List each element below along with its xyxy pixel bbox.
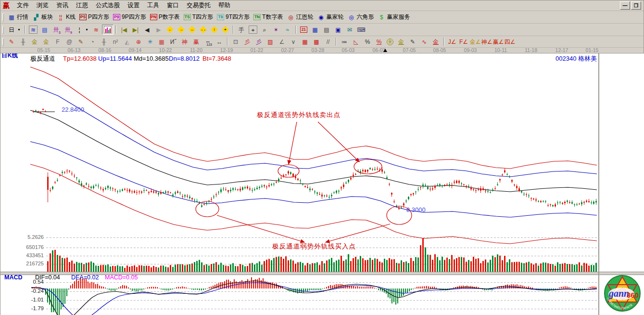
compress-x-button[interactable]: →← — [198, 25, 209, 35]
candle-style-button[interactable]: ¦▼ — [74, 25, 90, 35]
tool-box-button[interactable]: ⊡ — [230, 37, 241, 47]
first-page-button[interactable]: |◀ — [118, 25, 130, 35]
9t-square-button[interactable]: T99T四方形 — [215, 12, 252, 22]
tool-win-ruler-button[interactable]: 赢 — [190, 37, 202, 47]
t-square-button[interactable]: TST四方形 — [182, 12, 215, 22]
toolbar-grip[interactable] — [2, 38, 4, 46]
page-next-button[interactable]: ▶ — [153, 25, 164, 35]
dropdown-arrow-icon[interactable]: ▼ — [17, 28, 21, 31]
three-line-chart-button[interactable]: 卅3 — [51, 25, 62, 35]
menu-item-browse[interactable]: 浏览 — [33, 0, 52, 11]
send-mail-button[interactable]: ✉ — [344, 25, 355, 35]
gann-wheel-button[interactable]: ◎江恩轮 — [285, 12, 315, 22]
menu-item-gann[interactable]: 江恩 — [72, 0, 92, 11]
calendar-button[interactable]: 21 — [298, 25, 309, 35]
tool-brush-button[interactable]: ✎ — [407, 37, 418, 47]
shift-left-button[interactable]: ← — [164, 25, 176, 35]
tool-slant-lines-button[interactable]: // — [322, 37, 334, 47]
tool-span-arrow-button[interactable]: ↔ — [214, 37, 225, 47]
tool-zigzag-button[interactable]: ∨ — [288, 37, 299, 47]
winner-wheel-button[interactable]: ◉赢家轮 — [315, 12, 345, 22]
dropdown-arrow-icon[interactable]: ▼ — [85, 28, 88, 31]
tool-gold-ruler-a-button[interactable]: 金 — [29, 37, 40, 47]
restore-button[interactable]: ❐ — [631, 1, 641, 10]
color-chart-button[interactable] — [102, 25, 114, 35]
tool-fan-grid-button[interactable]: ▨ — [265, 37, 276, 47]
date-axis[interactable]: 05-1506-1308-1609-1410-2211-2012-1901-22… — [0, 48, 644, 53]
period-daily-button[interactable]: 日▼ — [6, 25, 23, 35]
tool-target-red-button[interactable]: ⊕ — [133, 37, 144, 47]
minimize-button[interactable]: — — [620, 1, 630, 10]
menu-item-help[interactable]: 帮助 — [215, 0, 234, 11]
tool-fan-box-button[interactable]: 彡 — [253, 37, 265, 47]
wave-tool-teal-button[interactable]: ≈ — [282, 25, 293, 35]
toolbar-grip[interactable] — [2, 26, 4, 34]
last-page-button[interactable]: ▶| — [130, 25, 141, 35]
sectors-button[interactable]: ▞板块 — [30, 12, 55, 22]
winner-service-button[interactable]: $赢家服务 — [376, 12, 412, 22]
tool-shen-ruler-button[interactable]: 神 — [179, 37, 190, 47]
tool-n-squared-button[interactable]: n² — [110, 37, 121, 47]
tool-mirror-button[interactable]: ◭ — [121, 37, 133, 47]
page-prev-button[interactable]: ◀ — [141, 25, 153, 35]
tool-star-grid-button[interactable]: ✳ — [144, 37, 156, 47]
tool-fan-button[interactable]: 彡 — [241, 37, 253, 47]
tool-si-angle-button[interactable]: 四∠ — [504, 37, 516, 47]
kline-button[interactable]: ¦¦K线 — [55, 12, 77, 22]
menu-item-news[interactable]: 资讯 — [52, 0, 72, 11]
tool-spiral-button[interactable]: @ — [63, 37, 75, 47]
tool-gold-red-button[interactable]: 金 — [430, 37, 442, 47]
tool-wave-button[interactable]: ∿ — [418, 37, 430, 47]
tool-j-angle-button[interactable]: J∠ — [446, 37, 458, 47]
magnifier-button[interactable]: ⌕ — [259, 25, 270, 35]
red-sketch-button[interactable]: ≋ — [90, 25, 102, 35]
tool-gold-angle-button[interactable]: 金∠ — [469, 37, 481, 47]
tool-ruler-button[interactable]: ╫ — [17, 37, 29, 47]
p-number-table-button[interactable]: PNP数字表 — [148, 12, 182, 22]
expand-x-button[interactable]: ↔ — [187, 25, 198, 35]
free-sketch-button[interactable]: ≋ — [27, 25, 39, 35]
tool-gold-lines-button[interactable]: 金 — [395, 37, 407, 47]
menu-item-file[interactable]: 文件 — [13, 0, 33, 11]
zoom-all-button[interactable]: + — [220, 25, 231, 35]
tool-ruler-123-button[interactable]: ┅123 — [202, 37, 214, 47]
tool-pen-button[interactable]: ✎ — [6, 37, 17, 47]
tool-ruler-b-button[interactable]: ╫ — [98, 37, 110, 47]
quotes-button[interactable]: ▦行情 — [6, 12, 30, 22]
tool-percent-button[interactable]: % — [362, 37, 373, 47]
menu-item-window[interactable]: 窗口 — [163, 0, 183, 11]
save-button[interactable]: ▣ — [332, 25, 344, 35]
remote-pc-button[interactable]: ⌨ — [355, 25, 367, 35]
tool-gold-circle-button[interactable]: 金 — [385, 37, 395, 47]
menu-item-settings[interactable]: 设置 — [124, 0, 143, 11]
p-square-button[interactable]: PSP四方形 — [77, 12, 111, 22]
tool-pen-ruler-button[interactable]: ✎ — [75, 37, 87, 47]
tool-shen-angle-button[interactable]: 神∠ — [481, 37, 492, 47]
menu-item-formula-select[interactable]: 公式选股 — [92, 0, 124, 11]
tool-grid-red-b-button[interactable]: ▩ — [311, 37, 322, 47]
t-number-table-button[interactable]: TNT数字表 — [252, 12, 285, 22]
9p-square-button[interactable]: P99P四方形 — [111, 12, 148, 22]
menu-item-trade-order[interactable]: 交易委托 — [183, 0, 215, 11]
tool-win-angle-button[interactable]: 赢∠ — [492, 37, 504, 47]
info-doc-button[interactable]: ▤ — [39, 25, 51, 35]
shift-right-button[interactable]: → — [176, 25, 187, 35]
tool-pct-triangle-button[interactable]: ◺ — [350, 37, 362, 47]
tool-f-ruler-button[interactable]: F — [52, 37, 63, 47]
hexagon-button[interactable]: ◎六角形 — [345, 12, 376, 22]
tool-stats-list-button[interactable]: ≔ — [339, 37, 350, 47]
toolbar-grip[interactable] — [2, 13, 4, 21]
tool-angles-button[interactable]: ∠ — [276, 37, 288, 47]
tool-n-mark-button[interactable]: И˝ — [167, 37, 179, 47]
tool-gold-ruler-b-button[interactable]: 金 — [40, 37, 52, 47]
tool-grid-target-button[interactable]: ▦ — [156, 37, 167, 47]
calculator-button[interactable]: ▦ — [309, 25, 321, 35]
tool-grid-red-button[interactable]: ▦ — [299, 37, 311, 47]
tool-pct-line-button[interactable]: % — [373, 37, 385, 47]
memo-button[interactable]: ▤ — [321, 25, 332, 35]
nine-line-chart-button[interactable]: 卅9 — [62, 25, 74, 35]
crosshair-button[interactable]: ＋ — [247, 25, 259, 35]
menu-item-tools[interactable]: 工具 — [143, 0, 163, 11]
tool-time-circle-button[interactable]: ◔ — [87, 37, 98, 47]
zoom-y-button[interactable]: ↕ — [209, 25, 220, 35]
